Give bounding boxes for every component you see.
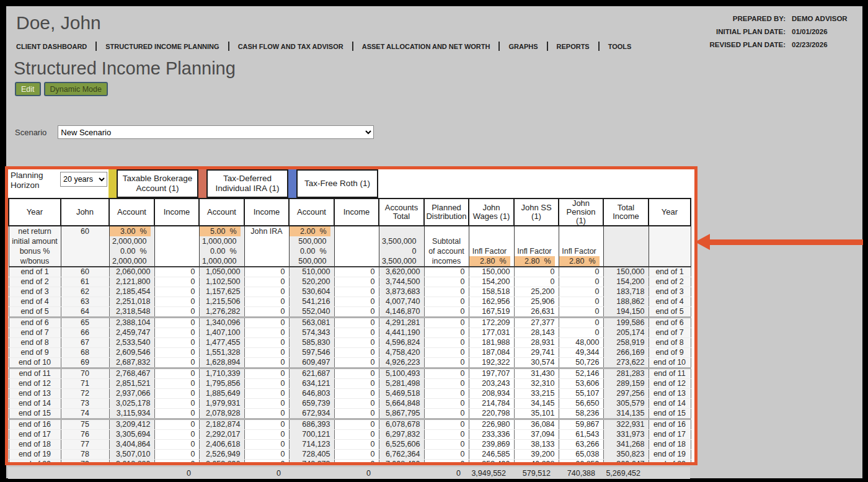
- cell-john-age: 75: [61, 419, 109, 430]
- cell-year-label: end of 6: [9, 318, 61, 328]
- cell-john-wages: 233,336: [469, 430, 514, 440]
- cell-year-label: end of 12: [9, 379, 61, 389]
- cell-ira-income: 0: [244, 277, 289, 287]
- cell-john-ss: 0: [514, 267, 559, 277]
- cell-john-ss: 36,084: [514, 419, 559, 430]
- cell-john-wages: 187,084: [469, 348, 514, 358]
- cell-roth-account: 728,405: [289, 450, 334, 460]
- cell-year-label-right: end of 18: [649, 440, 691, 450]
- cell-roth-account: 609,497: [289, 358, 334, 368]
- setup-ss-infl: Infl Factor 2.80 %: [514, 226, 559, 267]
- cell-roth-account: 541,216: [289, 297, 334, 307]
- cell-john-wages: 162,956: [469, 297, 514, 307]
- setup-john-age: 60: [61, 226, 109, 267]
- table-row: end of 7662,459,74701,407,1000574,34304,…: [9, 328, 691, 338]
- setup-planned-distribution-note: Subtotal of account incomes: [424, 226, 469, 267]
- nav-item-structured-income-planning[interactable]: STRUCTURED INCOME PLANNING: [97, 43, 228, 50]
- cell-year-label: end of 15: [9, 409, 61, 419]
- cell-john-pension: 0: [559, 277, 603, 287]
- cell-year-label: end of 4: [9, 297, 61, 307]
- edit-button[interactable]: Edit: [15, 82, 41, 96]
- column-header-income-5: Income: [244, 199, 289, 226]
- taxable-brokerage-swatch: [108, 169, 117, 198]
- cell-year-label-right: end of 5: [649, 307, 691, 318]
- cell-roth-account: 646,803: [289, 389, 334, 399]
- cell-ira-income: 0: [244, 318, 289, 328]
- cell-john-pension: 0: [559, 287, 603, 297]
- cell-taxable-account: 3,115,934: [109, 409, 154, 419]
- cell-year-label: end of 8: [9, 338, 61, 348]
- cell-ira-account: 1,795,856: [199, 379, 244, 389]
- cell-year-label: end of 17: [9, 430, 61, 440]
- cell-john-wages: 167,519: [469, 307, 514, 318]
- table-row: end of 14733,025,17801,979,9310659,73905…: [9, 399, 691, 409]
- cell-planned-distribution: 0: [424, 277, 469, 287]
- cell-john-ss: 26,631: [514, 307, 559, 318]
- cell-roth-account: 672,934: [289, 409, 334, 419]
- nav-item-asset-allocation-and-net-worth[interactable]: ASSET ALLOCATION AND NET WORTH: [353, 43, 499, 50]
- cell-roth-income: 0: [334, 307, 379, 318]
- nav-item-client-dashboard[interactable]: CLIENT DASHBOARD: [16, 43, 95, 50]
- plan-table: YearJohnAccountIncomeAccountIncomeAccoun…: [8, 198, 691, 465]
- cell-accounts-total: 4,007,740: [379, 297, 424, 307]
- cell-ira-income: 0: [244, 389, 289, 399]
- cell-year-label: end of 1: [9, 267, 61, 277]
- plan-info-block: PREPARED BY: DEMO ADVISOR INITIAL PLAN D…: [710, 15, 854, 54]
- planning-horizon-select[interactable]: 20 years: [60, 172, 107, 187]
- cell-taxable-account: 2,121,800: [109, 277, 154, 287]
- total-ss: 579,512: [513, 467, 558, 479]
- cell-year-label-right: end of 13: [649, 389, 691, 399]
- cell-roth-account: 621,687: [289, 368, 334, 379]
- cell-john-pension: 63,266: [559, 440, 603, 450]
- column-header-accounts-total-8: Accounts Total: [379, 199, 424, 226]
- table-row: end of 19783,507,01002,526,9490728,40506…: [9, 450, 691, 460]
- cell-john-wages: 172,209: [469, 318, 514, 328]
- cell-accounts-total: 3,744,500: [379, 277, 424, 287]
- cell-ira-account: 1,102,500: [199, 277, 244, 287]
- cell-taxable-account: 3,305,694: [109, 430, 154, 440]
- cell-ira-account: 2,653,296: [199, 460, 244, 466]
- cell-accounts-total: 5,100,493: [379, 368, 424, 379]
- setup-pension-infl: Infl Factor 2.80 %: [559, 226, 603, 267]
- cell-taxable-account: 3,507,010: [109, 450, 154, 460]
- cell-taxable-income: 0: [154, 338, 199, 348]
- cell-accounts-total: 3,620,000: [379, 267, 424, 277]
- cell-john-age: 69: [61, 358, 109, 368]
- cell-planned-distribution: 0: [424, 460, 469, 466]
- cell-roth-account: 686,393: [289, 419, 334, 430]
- column-header-income-7: Income: [334, 199, 379, 226]
- cell-planned-distribution: 0: [424, 358, 469, 368]
- cell-accounts-total: 6,762,364: [379, 450, 424, 460]
- cell-taxable-income: 0: [154, 277, 199, 287]
- cell-john-age: 70: [61, 368, 109, 379]
- cell-ira-account: 2,292,017: [199, 430, 244, 440]
- column-header-john-pension-1--12: John Pension (1): [559, 199, 603, 226]
- cell-year-label: end of 14: [9, 399, 61, 409]
- cell-taxable-income: 0: [154, 358, 199, 368]
- cell-john-wages: 150,000: [469, 267, 514, 277]
- cell-taxable-income: 0: [154, 460, 199, 466]
- cell-ira-account: 1,050,000: [199, 267, 244, 277]
- cell-taxable-account: 3,404,864: [109, 440, 154, 450]
- cell-john-pension: 0: [559, 318, 603, 328]
- cell-planned-distribution: 0: [424, 307, 469, 318]
- cell-roth-income: 0: [334, 419, 379, 430]
- dynamic-mode-button[interactable]: Dynamic Mode: [44, 82, 108, 96]
- nav-item-tools[interactable]: TOOLS: [600, 43, 640, 50]
- cell-ira-account: 1,885,649: [199, 389, 244, 399]
- cell-total-income: 289,159: [603, 379, 649, 389]
- scenario-select[interactable]: New Scenario: [58, 125, 374, 139]
- nav-item-graphs[interactable]: GRAPHS: [500, 43, 546, 50]
- nav-item-cash-flow-and-tax-advisor[interactable]: CASH FLOW AND TAX ADVISOR: [229, 43, 352, 50]
- cell-planned-distribution: 0: [424, 328, 469, 338]
- column-header-total-income-13: Total Income: [603, 199, 649, 226]
- prepared-by-value: DEMO ADVISOR: [792, 15, 854, 22]
- table-row: end of 20793,612,22002,653,2960742,97307…: [9, 460, 691, 466]
- nav-item-reports[interactable]: REPORTS: [548, 43, 598, 50]
- setup-taxable-income: [154, 226, 199, 267]
- cell-ira-account: 2,526,949: [199, 450, 244, 460]
- cell-ira-account: 2,078,928: [199, 409, 244, 419]
- setup-total-income: [603, 226, 649, 267]
- cell-year-label: end of 18: [9, 440, 61, 450]
- cell-accounts-total: 4,441,190: [379, 328, 424, 338]
